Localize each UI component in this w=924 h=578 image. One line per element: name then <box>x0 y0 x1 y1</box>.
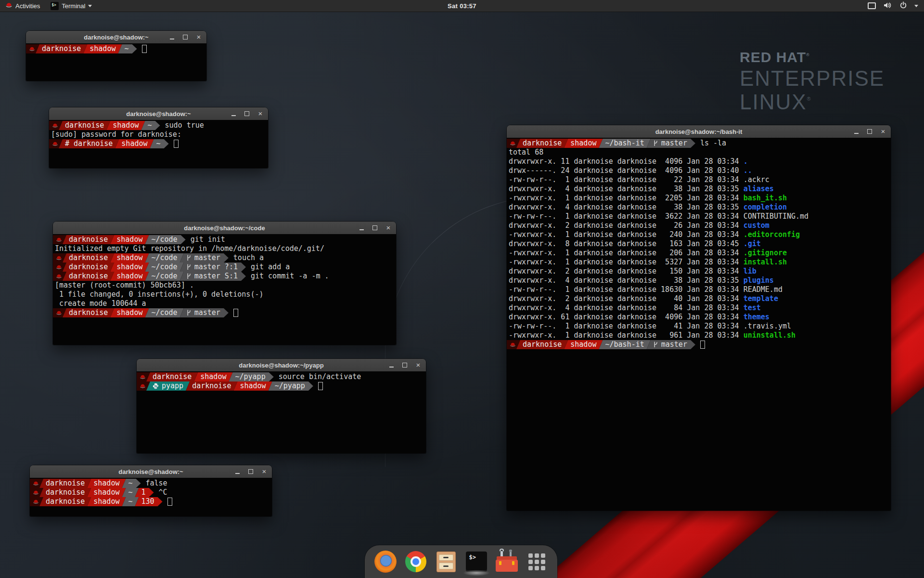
terminal-window-bash-it[interactable]: darknoise@shadow:~/bash-it × darknoisesh… <box>507 125 891 511</box>
prompt-segment-text: ~/pyapp <box>275 381 305 391</box>
prompt-segment-darkred: # darknoise <box>59 139 119 148</box>
maximize-button[interactable] <box>248 468 254 475</box>
system-status-area[interactable] <box>868 0 924 12</box>
redhat-icon <box>29 46 35 52</box>
terminal-line: drwxrwxr-x. 4 darknoise darknoise 38 Jan… <box>507 203 891 212</box>
redhat-branding: RED HAT® ENTERPRISE LINUX® <box>740 50 885 113</box>
redhat-icon <box>56 255 62 261</box>
terminal-window-home-1[interactable]: darknoise@shadow:~ × darknoiseshadow~ <box>26 31 206 81</box>
terminal-window-code[interactable]: darknoise@shadow:~/code × darknoiseshado… <box>53 222 396 345</box>
prompt-segment-text: shadow <box>200 372 226 381</box>
prompt-segment-text: shadow <box>116 272 142 281</box>
close-button[interactable]: × <box>880 128 886 135</box>
maximize-button[interactable] <box>182 34 188 40</box>
prompt-segment-red: shadow <box>115 139 154 148</box>
file-meta: drwxrwxr-x. 11 darknoise darknoise 4096 … <box>509 157 744 166</box>
brand-line-redhat: RED HAT® <box>740 50 885 65</box>
maximize-button[interactable] <box>244 110 250 117</box>
app-menu-terminal[interactable]: $> Terminal <box>45 0 97 12</box>
registered-mark: ® <box>806 53 810 57</box>
file-meta: -rw-rw-r--. 1 darknoise darknoise 3622 J… <box>509 212 744 221</box>
maximize-button[interactable] <box>372 224 378 231</box>
volume-icon <box>883 1 892 11</box>
window-title: darknoise@shadow:~/bash-it <box>655 128 743 135</box>
terminal-line: darknoiseshadow~/codemastertouch a <box>53 253 396 263</box>
redhat-icon <box>510 140 516 146</box>
close-button[interactable]: × <box>385 224 391 231</box>
terminal-cursor <box>318 382 323 390</box>
terminal-line: drwxrwxr-x. 4 darknoise darknoise 84 Jan… <box>507 303 891 313</box>
activities-label: Activities <box>15 2 40 10</box>
dock-item-app-grid[interactable] <box>526 550 549 573</box>
prompt-segment-text: shadow <box>570 139 596 148</box>
prompt-segment-gray: ~/code <box>145 308 183 317</box>
redhat-icon <box>33 489 39 496</box>
dock-item-firefox[interactable] <box>374 550 397 573</box>
terminal-cursor <box>167 498 172 506</box>
branch-icon <box>653 341 658 348</box>
clock[interactable]: Sat 03:57 <box>448 2 476 10</box>
file-meta: drwxrwxr-x. 4 darknoise darknoise 38 Jan… <box>509 184 744 194</box>
window-titlebar[interactable]: darknoise@shadow:~/bash-it × <box>507 125 891 138</box>
dock-item-terminal[interactable]: $> <box>465 550 488 573</box>
dock-item-chrome[interactable] <box>404 550 427 573</box>
minimize-button[interactable] <box>169 34 175 40</box>
activities-button[interactable]: Activities <box>0 0 45 12</box>
top-bar-left: Activities $> Terminal <box>0 0 97 12</box>
prompt-segment-text: shadow <box>93 497 119 506</box>
dock-item-files[interactable] <box>435 550 458 573</box>
file-meta: -rwxrwxr-x. 1 darknoise darknoise 5327 J… <box>509 258 744 267</box>
terminal-content[interactable]: darknoiseshadow~/pyappsource bin/activat… <box>137 371 426 453</box>
prompt-segment-text: shadow <box>116 235 142 244</box>
prompt-segment-red: shadow <box>194 372 232 381</box>
prompt-segment-red: shadow <box>87 497 126 506</box>
terminal-content[interactable]: darknoiseshadow~falsedarknoiseshadow~1^C… <box>30 478 272 516</box>
output-text: total 68 <box>509 148 543 157</box>
prompt-segment-darkred: darknoise <box>516 139 568 148</box>
prompt-segment-text: ~ <box>128 497 132 506</box>
terminal-line: darknoiseshadow~/codemaster <box>53 308 396 317</box>
close-button[interactable]: × <box>261 468 267 475</box>
terminal-line: drwxrwxr-x. 2 darknoise darknoise 150 Ja… <box>507 267 891 276</box>
redhat-icon <box>56 273 62 279</box>
prompt-segment-text: master <box>194 308 220 317</box>
terminal-window-home-2[interactable]: darknoise@shadow:~ × darknoiseshadow~fal… <box>30 465 272 516</box>
window-titlebar[interactable]: darknoise@shadow:~ × <box>26 31 206 44</box>
terminal-content[interactable]: darknoiseshadow~ <box>26 43 206 81</box>
window-titlebar[interactable]: darknoise@shadow:~ × <box>49 107 268 120</box>
terminal-window-pyapp[interactable]: darknoise@shadow:~/pyapp × darknoiseshad… <box>137 359 426 453</box>
close-button[interactable]: × <box>257 110 263 117</box>
file-name: .gitignore <box>744 249 787 258</box>
close-button[interactable]: × <box>415 362 421 368</box>
command-text: ls -la <box>695 139 726 148</box>
terminal-content[interactable]: darknoiseshadow~/codegit initInitialized… <box>53 234 396 345</box>
prompt-segment-text: shadow <box>116 308 142 317</box>
terminal-content[interactable]: darknoiseshadow~/bash-itmasterls -latota… <box>507 138 891 511</box>
minimize-button[interactable] <box>388 362 394 368</box>
chevron-down-icon <box>88 5 92 7</box>
minimize-button[interactable] <box>359 224 364 231</box>
prompt-segment-darkred: darknoise <box>39 488 91 497</box>
terminal-window-sudo[interactable]: darknoise@shadow:~ × darknoiseshadow~sud… <box>49 107 268 168</box>
minimize-button[interactable] <box>234 468 240 475</box>
prompt-segment-text: 1 <box>141 488 146 497</box>
dock-item-toolbox[interactable] <box>495 550 518 573</box>
minimize-button[interactable] <box>231 110 236 117</box>
minimize-button[interactable] <box>853 128 859 135</box>
power-icon <box>899 1 907 11</box>
prompt-segment-text: master S:1 <box>194 272 238 281</box>
terminal-line: darknoiseshadow~/codemaster S:1git commi… <box>53 272 396 281</box>
window-titlebar[interactable]: darknoise@shadow:~/pyapp × <box>137 359 426 372</box>
prompt-segment-gray: ~/bash-it <box>599 340 650 349</box>
maximize-button[interactable] <box>867 128 873 135</box>
close-button[interactable]: × <box>196 34 202 40</box>
prompt-segment-text: ~ <box>128 488 132 497</box>
window-titlebar[interactable]: darknoise@shadow:~/code × <box>53 222 396 235</box>
terminal-icon: $> <box>466 552 487 572</box>
terminal-content[interactable]: darknoiseshadow~sudo true[sudo] password… <box>49 120 268 168</box>
terminal-line: darknoiseshadow~ <box>26 44 206 53</box>
file-meta: drwxrwxr-x. 2 darknoise darknoise 150 Ja… <box>509 267 744 276</box>
window-titlebar[interactable]: darknoise@shadow:~ × <box>30 465 272 478</box>
maximize-button[interactable] <box>402 362 408 368</box>
app-grid-icon <box>528 553 545 570</box>
